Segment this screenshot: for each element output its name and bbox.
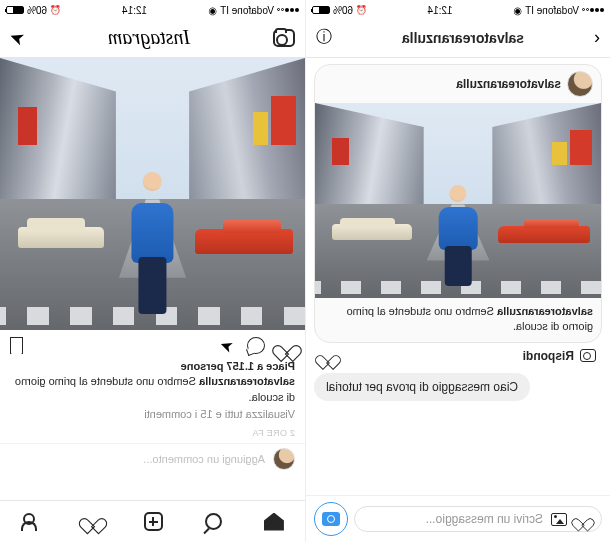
share-button[interactable]: ➤ — [217, 334, 236, 356]
dm-header: ‹ salvatorearanzulla ⓘ — [306, 18, 610, 58]
camera-icon[interactable] — [273, 29, 295, 47]
carrier-label: Vodafone IT — [525, 5, 579, 16]
outgoing-message[interactable]: Ciao messaggio di prova per tutorial — [314, 373, 530, 401]
my-avatar — [273, 448, 295, 470]
tab-profile[interactable] — [21, 513, 37, 531]
like-message-button[interactable] — [320, 349, 336, 363]
heart-icon[interactable] — [576, 513, 590, 526]
caption-username[interactable]: salvatorearanzulla — [497, 305, 593, 317]
wifi-icon: ◉ — [208, 5, 217, 16]
dm-screen: Vodafone IT ◉ 12:14 ⏰ 60% ‹ salvatoreara… — [305, 0, 610, 542]
post-image[interactable] — [0, 58, 305, 330]
dm-header-title[interactable]: salvatorearanzulla — [402, 30, 524, 46]
add-comment-placeholder: Aggiungi un commento... — [10, 453, 265, 465]
back-icon[interactable]: ‹ — [594, 27, 600, 48]
tab-search[interactable] — [205, 513, 222, 530]
tab-new-post[interactable] — [144, 512, 163, 531]
add-comment-row[interactable]: Aggiungi un commento... — [0, 443, 305, 476]
bookmark-button[interactable] — [10, 337, 23, 354]
caption-username[interactable]: salvatorearanzulla — [199, 375, 295, 387]
tab-home[interactable] — [264, 513, 284, 531]
battery-icon — [6, 6, 24, 14]
likes-count[interactable]: Piace a 1.157 persone — [10, 359, 295, 374]
tab-activity[interactable] — [79, 512, 101, 532]
info-icon[interactable]: ⓘ — [316, 27, 332, 48]
post-meta: Piace a 1.157 persone salvatorearanzulla… — [0, 357, 305, 443]
shared-post-caption: salvatorearanzulla Sembro uno studente a… — [315, 298, 601, 342]
battery-pct: 60% — [27, 5, 47, 16]
signal-icon — [582, 8, 604, 12]
alarm-icon: ⏰ — [356, 5, 367, 15]
wifi-icon: ◉ — [513, 5, 522, 16]
gallery-icon[interactable] — [551, 513, 567, 526]
reply-button[interactable]: Rispondi — [523, 349, 596, 363]
alarm-icon: ⏰ — [50, 5, 61, 15]
reply-label: Rispondi — [523, 349, 574, 363]
dm-composer: Scrivi un messaggio... — [306, 495, 610, 542]
direct-icon[interactable]: ➤ — [7, 25, 29, 51]
message-placeholder: Scrivi un messaggio... — [365, 512, 543, 526]
instagram-logo[interactable]: Instagram — [108, 26, 190, 49]
status-time: 12:14 — [428, 5, 453, 16]
message-input[interactable]: Scrivi un messaggio... — [354, 506, 602, 532]
battery-pct: 60% — [333, 5, 353, 16]
shared-post-username[interactable]: salvatorearanzulla — [456, 77, 561, 91]
comment-button[interactable] — [247, 337, 265, 354]
like-button[interactable] — [278, 337, 296, 353]
feed-scroll[interactable]: ➤ Piace a 1.157 persone salvatorearanzul… — [0, 58, 305, 500]
shared-post-card[interactable]: salvatorearanzulla salvatorearanzulla Se… — [314, 64, 602, 343]
camera-button[interactable] — [314, 502, 348, 536]
dm-thread[interactable]: salvatorearanzulla salvatorearanzulla Se… — [306, 58, 610, 495]
carrier-label: Vodafone IT — [220, 5, 274, 16]
signal-icon — [277, 8, 299, 12]
feed-screen: Vodafone IT ◉ 12:14 ⏰ 60% Instagram ➤ — [0, 0, 305, 542]
avatar[interactable] — [567, 71, 593, 97]
view-comments-link[interactable]: Visualizza tutti e 15 i commenti — [10, 407, 295, 422]
feed-header: Instagram ➤ — [0, 18, 305, 58]
post-caption: salvatorearanzulla Sembro uno studente a… — [10, 374, 295, 405]
status-bar: Vodafone IT ◉ 12:14 ⏰ 60% — [0, 0, 305, 18]
battery-icon — [312, 6, 330, 14]
post-action-bar: ➤ — [0, 330, 305, 357]
post-timestamp: 2 ORE FA — [10, 427, 295, 440]
status-time: 12:14 — [122, 5, 147, 16]
camera-icon — [580, 349, 596, 362]
status-bar: Vodafone IT ◉ 12:14 ⏰ 60% — [306, 0, 610, 18]
shared-post-image[interactable] — [315, 103, 601, 298]
tab-bar — [0, 500, 305, 542]
